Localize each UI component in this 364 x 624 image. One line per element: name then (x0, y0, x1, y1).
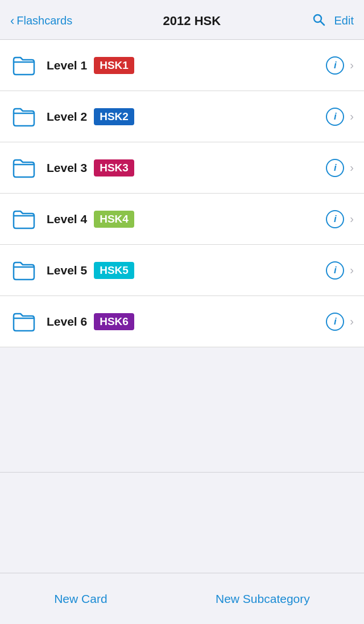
hsk-badge: HSK2 (94, 108, 134, 125)
folder-icon (10, 206, 38, 233)
hsk-badge: HSK5 (94, 262, 134, 279)
info-button[interactable]: i (326, 56, 344, 75)
chevron-left-icon: ‹ (10, 14, 14, 28)
search-icon (312, 13, 325, 26)
list-item[interactable]: Level 6 HSK6 i › (0, 296, 364, 347)
chevron-right-icon: › (350, 315, 354, 328)
folder-icon (10, 308, 38, 335)
chevron-right-icon: › (350, 212, 354, 225)
info-button[interactable]: i (326, 261, 344, 280)
main-content: Level 1 HSK1 i › Level 2 HSK2 i › Level … (0, 40, 364, 573)
folder-icon (10, 52, 38, 79)
level-label: Level 4 (47, 212, 87, 226)
chevron-right-icon: › (350, 110, 354, 123)
search-button[interactable] (312, 13, 325, 29)
info-button[interactable]: i (326, 108, 344, 126)
hsk-badge: HSK4 (94, 211, 134, 228)
header: ‹ Flashcards 2012 HSK Edit (0, 0, 364, 40)
new-card-button[interactable]: New Card (43, 586, 118, 611)
hsk-badge: HSK1 (94, 57, 134, 74)
empty-space-top (0, 347, 364, 473)
new-subcategory-button[interactable]: New Subcategory (204, 586, 321, 611)
header-actions: Edit (312, 13, 354, 29)
info-button[interactable]: i (326, 159, 344, 177)
list-item[interactable]: Level 5 HSK5 i › (0, 245, 364, 296)
folder-icon (10, 257, 38, 284)
list-item[interactable]: Level 2 HSK2 i › (0, 91, 364, 142)
chevron-right-icon: › (350, 59, 354, 72)
list-item[interactable]: Level 4 HSK4 i › (0, 194, 364, 245)
folder-icon (10, 154, 38, 182)
list-item[interactable]: Level 1 HSK1 i › (0, 40, 364, 91)
level-label: Level 3 (47, 161, 87, 175)
chevron-right-icon: › (350, 161, 354, 174)
level-label: Level 1 (47, 59, 87, 72)
hsk-badge: HSK6 (94, 313, 134, 330)
list-item[interactable]: Level 3 HSK3 i › (0, 142, 364, 194)
info-button[interactable]: i (326, 313, 344, 331)
chevron-right-icon: › (350, 264, 354, 277)
back-button[interactable]: ‹ Flashcards (10, 14, 72, 28)
page-title: 2012 HSK (72, 14, 311, 28)
level-label: Level 5 (47, 264, 87, 277)
bottom-toolbar: New Card New Subcategory (0, 573, 364, 624)
folder-icon (10, 103, 38, 130)
back-label: Flashcards (16, 14, 72, 27)
edit-button[interactable]: Edit (334, 14, 354, 27)
info-button[interactable]: i (326, 210, 344, 228)
svg-line-1 (320, 22, 324, 26)
level-label: Level 6 (47, 315, 87, 329)
level-list: Level 1 HSK1 i › Level 2 HSK2 i › Level … (0, 40, 364, 347)
empty-space-bottom (0, 473, 364, 573)
hsk-badge: HSK3 (94, 159, 134, 176)
level-label: Level 2 (47, 110, 87, 124)
